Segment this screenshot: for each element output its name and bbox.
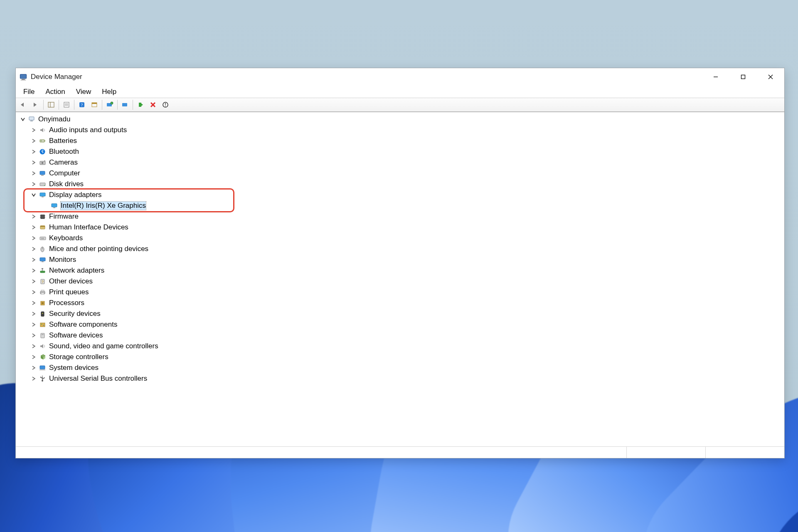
tree-category-node[interactable]: Print queues — [17, 287, 784, 298]
svg-rect-48 — [40, 237, 46, 240]
svg-rect-74 — [40, 366, 45, 369]
menu-view[interactable]: View — [71, 87, 96, 97]
tree-category-node[interactable]: Audio inputs and outputs — [17, 125, 784, 135]
chevron-right-icon[interactable] — [30, 278, 37, 285]
svg-point-23 — [165, 106, 166, 106]
tree-device-node[interactable]: Intel(R) Iris(R) Xe Graphics — [17, 200, 784, 211]
tree-root-node[interactable]: Onyimadu — [17, 114, 784, 125]
window-titlebar[interactable]: Device Manager — [16, 68, 784, 86]
chevron-right-icon[interactable] — [30, 332, 37, 339]
chevron-right-icon[interactable] — [30, 353, 37, 361]
chevron-right-icon[interactable] — [30, 299, 37, 307]
chevron-right-icon[interactable] — [30, 364, 37, 372]
toolbar-forward-button[interactable] — [30, 99, 42, 111]
chevron-right-icon[interactable] — [30, 310, 37, 318]
toolbar-enable-device-button[interactable] — [135, 99, 146, 111]
toolbar-separator — [133, 100, 133, 110]
svg-rect-80 — [40, 377, 41, 378]
tree-category-label: Sound, video and game controllers — [49, 342, 158, 350]
tree-category-node[interactable]: Mice and other pointing devices — [17, 244, 784, 254]
tree-category-node[interactable]: Computer — [17, 168, 784, 179]
svg-rect-64 — [41, 293, 44, 294]
chevron-right-icon[interactable] — [30, 213, 37, 220]
toolbar-scan-hardware-button[interactable] — [104, 99, 116, 111]
toolbar-disable-device-button[interactable] — [160, 99, 171, 111]
tree-category-node[interactable]: Disk drives — [17, 179, 784, 190]
printer-icon — [38, 288, 47, 296]
svg-rect-37 — [40, 193, 45, 196]
svg-rect-25 — [30, 121, 33, 121]
window-minimize-button[interactable] — [702, 68, 729, 85]
chevron-right-icon[interactable] — [30, 159, 37, 166]
chevron-right-icon[interactable] — [30, 288, 37, 296]
chevron-right-icon[interactable] — [30, 224, 37, 231]
chevron-right-icon[interactable] — [30, 267, 37, 274]
svg-point-36 — [44, 185, 45, 186]
tree-category-node[interactable]: Keyboards — [17, 233, 784, 244]
status-bar — [16, 446, 784, 458]
tree-category-node[interactable]: Batteries — [17, 135, 784, 146]
tree-category-node[interactable]: Display adapters — [17, 190, 784, 200]
tree-category-node[interactable]: Processors — [17, 298, 784, 308]
toolbar: ? — [16, 98, 784, 112]
tree-category-node[interactable]: Storage controllers — [17, 352, 784, 362]
toolbar-help-button[interactable]: ? — [76, 99, 88, 111]
chevron-down-icon[interactable] — [30, 191, 37, 199]
svg-rect-72 — [41, 333, 44, 338]
softdev-icon — [38, 332, 47, 339]
menu-help[interactable]: Help — [97, 87, 121, 97]
speaker-icon — [38, 126, 47, 134]
chevron-right-icon[interactable] — [30, 234, 37, 242]
toolbar-show-hide-tree-button[interactable] — [45, 99, 57, 111]
tree-category-node[interactable]: ?Other devices — [17, 276, 784, 287]
device-tree[interactable]: OnyimaduAudio inputs and outputsBatterie… — [16, 112, 784, 446]
window-close-button[interactable] — [757, 68, 784, 85]
tree-category-node[interactable]: Universal Serial Bus controllers — [17, 373, 784, 384]
svg-point-28 — [41, 140, 42, 141]
tree-device-label: Intel(R) Iris(R) Xe Graphics — [61, 202, 146, 210]
menu-file[interactable]: File — [18, 87, 39, 97]
unknown-icon: ? — [38, 278, 47, 285]
disk-icon — [38, 180, 47, 188]
chevron-right-icon[interactable] — [30, 256, 37, 264]
chevron-right-icon[interactable] — [30, 375, 37, 382]
tree-category-node[interactable]: Bluetooth — [17, 146, 784, 157]
tree-category-node[interactable]: Software devices — [17, 330, 784, 341]
display-icon — [50, 202, 59, 209]
tree-category-label: Storage controllers — [49, 353, 108, 361]
svg-text:?: ? — [81, 102, 83, 107]
menu-action[interactable]: Action — [40, 87, 70, 97]
tree-category-node[interactable]: Software components — [17, 319, 784, 330]
tree-category-label: Display adapters — [49, 191, 102, 199]
toolbar-update-driver-button[interactable] — [119, 99, 131, 111]
tree-category-node[interactable]: Cameras — [17, 157, 784, 168]
computer-root-icon — [27, 116, 37, 123]
tree-category-node[interactable]: Network adapters — [17, 265, 784, 276]
chevron-right-icon[interactable] — [30, 137, 37, 145]
toolbar-properties-button[interactable] — [61, 99, 72, 111]
svg-rect-2 — [21, 79, 26, 80]
window-maximize-button[interactable] — [729, 68, 757, 85]
tree-category-node[interactable]: Security devices — [17, 308, 784, 319]
chevron-right-icon[interactable] — [30, 321, 37, 328]
chevron-right-icon[interactable] — [30, 342, 37, 350]
tree-category-node[interactable]: Monitors — [17, 254, 784, 265]
chevron-right-icon[interactable] — [30, 170, 37, 177]
tree-category-node[interactable]: System devices — [17, 362, 784, 373]
tree-category-node[interactable]: Human Interface Devices — [17, 222, 784, 233]
tree-category-node[interactable]: Firmware — [17, 211, 784, 222]
toolbar-back-button[interactable] — [17, 99, 29, 111]
tree-category-node[interactable]: Sound, video and game controllers — [17, 341, 784, 352]
toolbar-uninstall-device-button[interactable] — [147, 99, 159, 111]
component-icon — [38, 321, 47, 328]
chevron-down-icon[interactable] — [19, 116, 27, 123]
svg-rect-52 — [41, 239, 44, 239]
chevron-right-icon[interactable] — [30, 126, 37, 134]
tree-category-label: Human Interface Devices — [49, 223, 128, 232]
svg-point-70 — [41, 324, 42, 325]
toolbar-action-button[interactable] — [89, 99, 100, 111]
chevron-right-icon[interactable] — [30, 148, 37, 155]
chevron-right-icon[interactable] — [30, 180, 37, 188]
chevron-right-icon[interactable] — [30, 245, 37, 253]
tree-category-label: System devices — [49, 364, 99, 372]
